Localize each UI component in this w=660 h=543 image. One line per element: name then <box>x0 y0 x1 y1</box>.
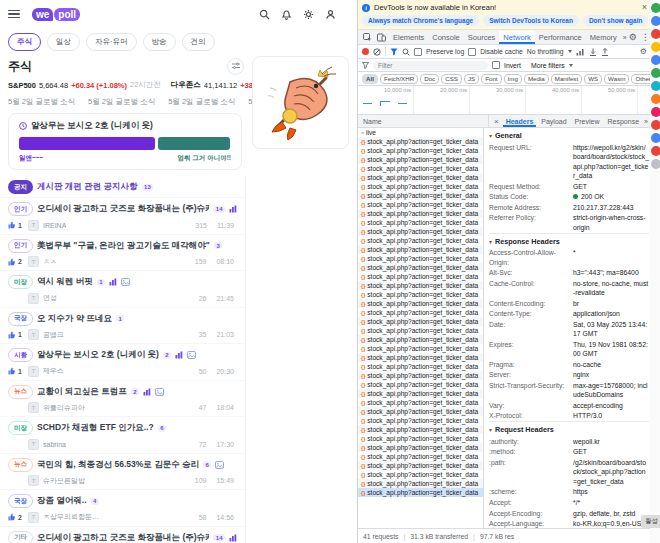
post-row[interactable]: 인기 美법무부 "구글, 온라인 광고기술도 매각해야" 3 2 T ㅊㅅ 15… <box>0 235 245 272</box>
filter-input[interactable]: Filter <box>373 61 488 70</box>
network-request-row[interactable]: {}stock_api.php?action=get_ticker_data <box>358 299 483 308</box>
request-type-chip[interactable]: Manifest <box>551 74 582 84</box>
ticker-item[interactable]: S&P500 5,664.48 +60.34 (+1.08%) 22시간전 <box>8 80 161 90</box>
network-request-row[interactable]: {}stock_api.php?action=get_ticker_data <box>358 281 483 290</box>
network-request-row[interactable]: {}stock_api.php?action=get_ticker_data <box>358 272 483 281</box>
post-row[interactable]: 국장 장좀 열어줘.. 4 2 T ㅈ상무의뢰함둔… 58 14:56 <box>0 490 245 527</box>
avatar[interactable]: T <box>28 293 39 304</box>
extension-icon[interactable] <box>651 68 660 78</box>
close-detail-icon[interactable]: × <box>492 117 501 126</box>
network-request-row[interactable]: {}stock_api.php?action=get_ticker_data <box>358 209 483 218</box>
category-tab[interactable]: 일상 <box>47 33 80 51</box>
devtools-panel-tab[interactable]: Elements <box>389 31 428 44</box>
infobar-close-icon[interactable]: × <box>642 3 647 12</box>
network-request-row[interactable]: {}stock_api.php?action=get_ticker_data <box>358 308 483 317</box>
ticker-item[interactable]: 다우존스 41,141.12 +388.16 (+0.95%) 22시간전 <box>171 80 252 90</box>
infobar-action-button[interactable]: Always match Chrome's language <box>362 15 479 26</box>
news-chip[interactable]: 5월 2일 글로벌 소식 <box>168 97 235 107</box>
extension-icon[interactable] <box>651 42 660 52</box>
more-filters-button[interactable]: More filters <box>531 62 565 69</box>
clear-icon[interactable] <box>373 48 381 56</box>
avatar[interactable]: T <box>28 475 39 486</box>
like-count[interactable]: 1 <box>8 331 24 339</box>
search-icon[interactable] <box>259 9 270 20</box>
extension-icon[interactable] <box>651 133 660 143</box>
extension-icon[interactable] <box>651 146 660 156</box>
post-author[interactable]: ㅊㅅ <box>43 257 57 267</box>
post-row[interactable]: 뉴스 교황이 되고싶은 트럼프 2 T 위풀리슈피아 47 18:04 <box>0 381 245 418</box>
post-author[interactable]: 슈카모른알밤 <box>43 476 85 486</box>
like-count[interactable]: 1 <box>8 221 24 229</box>
network-request-row[interactable]: {}stock_api.php?action=get_ticker_data <box>358 155 483 164</box>
network-settings-icon[interactable]: ⚙ <box>640 47 647 56</box>
network-request-row[interactable]: {}stock_api.php?action=get_ticker_data <box>358 326 483 335</box>
like-count[interactable]: 2 <box>8 513 24 521</box>
detail-panel-tab[interactable]: Preview <box>572 115 603 127</box>
category-tab[interactable]: 방송 <box>143 33 176 51</box>
request-type-chip[interactable]: JS <box>464 74 479 84</box>
extension-icon[interactable] <box>651 94 660 104</box>
import-har-icon[interactable] <box>589 48 597 56</box>
network-request-row[interactable]: {}stock_api.php?action=get_ticker_data <box>358 407 483 416</box>
network-request-row[interactable]: {}stock_api.php?action=get_ticker_data <box>358 164 483 173</box>
network-request-row[interactable]: {}stock_api.php?action=get_ticker_data <box>358 488 483 497</box>
post-author[interactable]: 위풀리슈피아 <box>43 403 85 413</box>
post-author[interactable]: IREINA <box>43 222 66 229</box>
network-request-row[interactable]: {}stock_api.php?action=get_ticker_data <box>358 335 483 344</box>
avatar[interactable]: T <box>28 512 39 523</box>
network-request-row[interactable]: {}stock_api.php?action=get_ticker_data <box>358 173 483 182</box>
news-chip[interactable]: 5월 2일 글로벌 소식 <box>8 97 75 107</box>
devtools-panel-tab[interactable]: Network <box>499 31 535 44</box>
extension-icon[interactable] <box>651 55 660 65</box>
network-request-row[interactable]: {}stock_api.php?action=get_ticker_data <box>358 380 483 389</box>
network-request-row[interactable]: {}stock_api.php?action=get_ticker_data <box>358 434 483 443</box>
request-type-chip[interactable]: Media <box>524 74 549 84</box>
preserve-log-checkbox[interactable] <box>414 48 422 56</box>
menu-icon[interactable] <box>8 10 20 19</box>
post-author[interactable]: 제우스 <box>43 366 64 376</box>
response-headers-section-header[interactable]: ▾ Response Headers <box>489 233 649 248</box>
avatar[interactable]: T <box>28 439 39 450</box>
network-request-row[interactable]: {}stock_api.php?action=get_ticker_data <box>358 254 483 263</box>
network-request-row[interactable]: {}stock_api.php?action=get_ticker_data <box>358 362 483 371</box>
post-row[interactable]: 공지 게시판 개편 관련 공지사항 13 <box>0 176 245 198</box>
post-author[interactable]: 골뱅크 <box>43 330 64 340</box>
wepoll-logo[interactable]: we poll <box>32 8 80 21</box>
devtools-panel-tab[interactable]: Memory <box>586 31 621 44</box>
request-type-chip[interactable]: Fetch/XHR <box>380 74 418 84</box>
extension-icon[interactable] <box>651 81 660 91</box>
network-request-row[interactable]: ≈live <box>358 128 483 137</box>
more-detail-tabs-icon[interactable]: » <box>644 118 648 125</box>
network-overview-timeline[interactable]: 10,000 ms 20,000 ms 30,000 ms 40,000 ms … <box>358 86 651 115</box>
extension-icon[interactable] <box>651 159 660 169</box>
device-toolbar-icon[interactable] <box>375 32 387 43</box>
network-request-row[interactable]: {}stock_api.php?action=get_ticker_data <box>358 263 483 272</box>
extension-icon[interactable] <box>651 3 660 13</box>
request-type-chip[interactable]: WS <box>584 74 602 84</box>
like-count[interactable]: 2 <box>8 258 24 266</box>
network-request-row[interactable]: {}stock_api.php?action=get_ticker_data <box>358 353 483 362</box>
post-row[interactable]: 미장 역시 워렌 버핏 1 T 연성 26 21:45 <box>0 271 245 308</box>
network-request-row[interactable]: {}stock_api.php?action=get_ticker_data <box>358 182 483 191</box>
network-request-row[interactable]: {}stock_api.php?action=get_ticker_data <box>358 371 483 380</box>
network-request-row[interactable]: {}stock_api.php?action=get_ticker_data <box>358 416 483 425</box>
infobar-action-button[interactable]: Don't show again <box>583 15 649 26</box>
network-request-row[interactable]: {}stock_api.php?action=get_ticker_data <box>358 425 483 434</box>
network-request-row[interactable]: {}stock_api.php?action=get_ticker_data <box>358 191 483 200</box>
invert-checkbox[interactable] <box>492 61 500 69</box>
network-request-row[interactable]: {}stock_api.php?action=get_ticker_data <box>358 452 483 461</box>
post-row[interactable]: 뉴스 국민의 힘, 최종경선 56.53%로 김문수 승리 6 T 슈카모른알밤… <box>0 454 245 491</box>
network-request-row[interactable]: {}stock_api.php?action=get_ticker_data <box>358 245 483 254</box>
filter-toggle-icon[interactable] <box>390 48 398 56</box>
network-request-row[interactable]: {}stock_api.php?action=get_ticker_data <box>358 218 483 227</box>
category-tab[interactable]: 자유·유머 <box>86 33 137 51</box>
post-author[interactable]: 연성 <box>43 293 57 303</box>
extension-icon[interactable] <box>651 16 660 26</box>
poll-bar[interactable] <box>19 137 155 150</box>
extension-icon[interactable] <box>651 120 660 130</box>
network-request-row[interactable]: {}stock_api.php?action=get_ticker_data <box>358 146 483 155</box>
export-har-icon[interactable] <box>601 48 609 56</box>
infobar-action-button[interactable]: Switch DevTools to Korean <box>483 15 579 26</box>
filter-button[interactable] <box>227 58 244 75</box>
network-request-row[interactable]: {}stock_api.php?action=get_ticker_data <box>358 443 483 452</box>
